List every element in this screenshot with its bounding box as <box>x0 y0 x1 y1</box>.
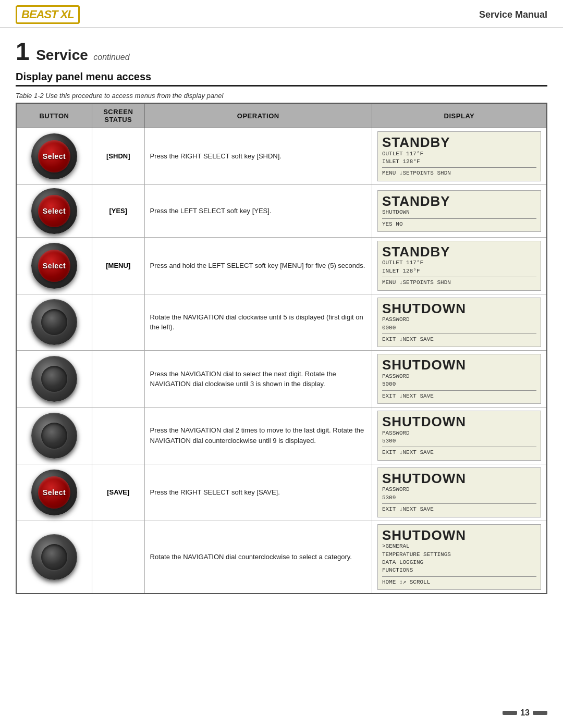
display-cell: SHUTDOWNPASSWORD0000EXIT ↓NEXT SAVE <box>372 294 547 351</box>
nav-dial[interactable] <box>31 356 77 402</box>
table-row: Press the NAVIGATION dial to select the … <box>16 351 547 408</box>
display-line: 5300 <box>382 437 536 445</box>
display-separator <box>382 390 536 391</box>
page-number: 13 <box>520 708 530 718</box>
select-button-label: Select <box>43 207 66 215</box>
display-line: SHUTDOWN <box>382 208 536 216</box>
display-cell: SHUTDOWNPASSWORD5309EXIT ↓NEXT SAVE <box>372 464 547 521</box>
display-title: SHUTDOWN <box>382 301 536 316</box>
display-line: TEMPERATURE SETTINGS <box>382 551 536 559</box>
main-table: Button Screen Status Operation Display S… <box>16 103 547 594</box>
operation-cell: Rotate the NAVIGATION dial clockwise unt… <box>144 294 372 351</box>
table-caption: Table 1-2 Use this procedure to access m… <box>16 92 547 100</box>
col-header-operation: Operation <box>144 103 372 128</box>
button-cell <box>16 294 92 351</box>
display-line: MENU ↓SETPOINTS SHDN <box>382 279 536 287</box>
display-panel: SHUTDOWN>GENERAL TEMPERATURE SETTINGS DA… <box>377 524 541 590</box>
display-line: PASSWORD <box>382 316 536 324</box>
display-title: STANDBY <box>382 194 536 209</box>
operation-cell: Press the NAVIGATION dial 2 times to mov… <box>144 408 372 464</box>
table-row: Select [SHDN]Press the RIGHT SELECT soft… <box>16 128 547 185</box>
display-title: SHUTDOWN <box>382 528 536 543</box>
status-cell <box>92 408 144 464</box>
select-button[interactable]: Select <box>31 188 77 234</box>
table-row: Select [YES]Press the LEFT SELECT soft k… <box>16 184 547 237</box>
operation-text: Rotate the NAVIGATION dial counterclockw… <box>150 552 366 562</box>
status-cell: [SAVE] <box>92 464 144 521</box>
select-button-label: Select <box>43 488 66 497</box>
display-panel: SHUTDOWNPASSWORD5309EXIT ↓NEXT SAVE <box>377 467 541 517</box>
operation-cell: Press the RIGHT SELECT soft key [SAVE]. <box>144 464 372 521</box>
col-header-button: Button <box>16 103 92 128</box>
display-cell: SHUTDOWNPASSWORD5300EXIT ↓NEXT SAVE <box>372 408 547 464</box>
display-separator <box>382 447 536 447</box>
operation-text: Press the NAVIGATION dial 2 times to mov… <box>150 425 366 446</box>
display-line: PASSWORD <box>382 429 536 437</box>
select-button-inner: Select <box>38 195 70 227</box>
display-panel: STANDBYOUTLET 117°FINLET 128°FMENU ↓SETP… <box>377 131 541 181</box>
display-line: EXIT ↓NEXT SAVE <box>382 449 536 456</box>
button-cell: Select <box>16 128 92 185</box>
select-button[interactable]: Select <box>31 470 77 515</box>
display-title: STANDBY <box>382 135 536 150</box>
nav-dial-inner <box>41 423 67 449</box>
operation-cell: Rotate the NAVIGATION dial counterclockw… <box>144 521 372 594</box>
display-cell: SHUTDOWNPASSWORD5000EXIT ↓NEXT SAVE <box>372 351 547 408</box>
select-button-label: Select <box>43 262 66 270</box>
nav-dial[interactable] <box>31 299 77 345</box>
nav-dial[interactable] <box>31 534 77 580</box>
select-button-inner: Select <box>38 476 70 509</box>
select-button-inner: Select <box>38 250 70 282</box>
select-button[interactable]: Select <box>31 243 77 289</box>
footer-bar-right <box>533 711 547 715</box>
footer-bar-left <box>503 711 517 715</box>
table-header-row: Button Screen Status Operation Display <box>16 103 547 128</box>
status-cell <box>92 294 144 351</box>
display-separator <box>382 576 536 577</box>
display-separator <box>382 218 536 219</box>
operation-text: Press the RIGHT SELECT soft key [SAVE]. <box>150 487 366 498</box>
select-button-label: Select <box>43 152 66 161</box>
display-line: INLET 128°F <box>382 267 536 275</box>
display-line: EXIT ↓NEXT SAVE <box>382 392 536 400</box>
operation-text: Rotate the NAVIGATION dial clockwise unt… <box>150 312 366 332</box>
col-header-status: Screen Status <box>92 103 144 128</box>
nav-dial[interactable] <box>31 413 77 459</box>
display-cell: STANDBYOUTLET 117°FINLET 128°FMENU ↓SETP… <box>372 128 547 185</box>
display-line: HOME ↕↗ SCROLL <box>382 578 536 586</box>
display-line: 5000 <box>382 380 536 388</box>
operation-text: Press the RIGHT SELECT soft key [SHDN]. <box>150 151 366 162</box>
display-panel: STANDBYSHUTDOWNYES NO <box>377 190 541 232</box>
display-cell: STANDBYSHUTDOWNYES NO <box>372 184 547 237</box>
header-title: Service Manual <box>479 9 547 20</box>
operation-text: Press the LEFT SELECT soft key [YES]. <box>150 206 366 216</box>
table-row: Press the NAVIGATION dial 2 times to mov… <box>16 408 547 464</box>
button-cell: Select <box>16 237 92 294</box>
status-cell: [SHDN] <box>92 128 144 185</box>
button-cell: Select <box>16 184 92 237</box>
display-line: OUTLET 117°F <box>382 259 536 267</box>
select-button[interactable]: Select <box>31 133 77 179</box>
page-header: BEAST XL Service Manual <box>0 0 563 28</box>
display-line: 5309 <box>382 494 536 502</box>
operation-text: Press and hold the LEFT SELECT soft key … <box>150 261 366 271</box>
display-title: SHUTDOWN <box>382 471 536 486</box>
button-cell <box>16 521 92 594</box>
display-line: MENU ↓SETPOINTS SHDN <box>382 169 536 177</box>
display-title: SHUTDOWN <box>382 357 536 373</box>
status-cell: [MENU] <box>92 237 144 294</box>
operation-text: Press the NAVIGATION dial to select the … <box>150 369 366 389</box>
table-row: Select [SAVE]Press the RIGHT SELECT soft… <box>16 464 547 521</box>
status-cell <box>92 351 144 408</box>
display-line: YES NO <box>382 220 536 228</box>
display-line: 0000 <box>382 324 536 332</box>
section-title: Service <box>36 47 88 63</box>
table-row: Rotate the NAVIGATION dial clockwise unt… <box>16 294 547 351</box>
display-line: OUTLET 117°F <box>382 150 536 158</box>
operation-cell: Press the LEFT SELECT soft key [YES]. <box>144 184 372 237</box>
section-number: 1 <box>16 38 30 65</box>
table-row: Rotate the NAVIGATION dial counterclockw… <box>16 521 547 594</box>
display-line: EXIT ↓NEXT SAVE <box>382 336 536 343</box>
nav-dial-inner <box>41 544 67 570</box>
main-content: 1 Service continued Display panel menu a… <box>0 28 563 604</box>
